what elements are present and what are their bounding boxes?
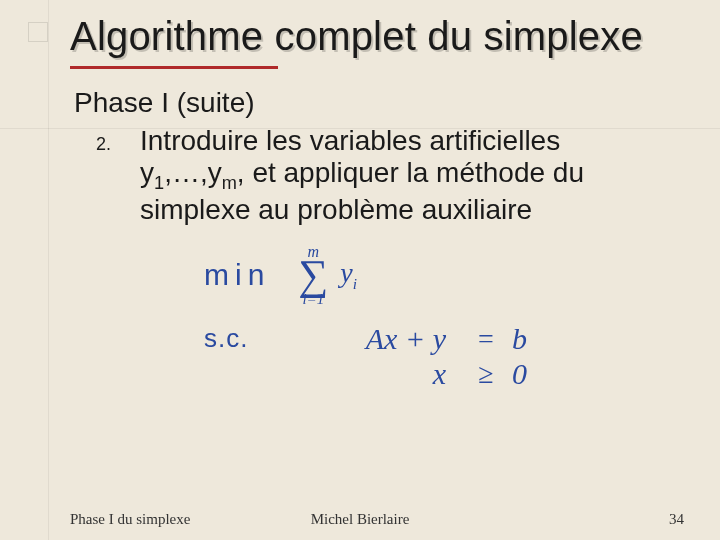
constraint-lhs: Ax + y — [280, 323, 460, 355]
constraint-lhs: x — [280, 358, 460, 390]
text-run: ,…,y — [164, 157, 222, 188]
summand: yi — [340, 258, 357, 292]
list-item: 2. Introduire les variables artificielle… — [74, 125, 670, 226]
sum-lower: i=1 — [302, 292, 324, 307]
sigma-symbol: ∑ — [298, 258, 328, 294]
constraint-rhs: b — [512, 323, 552, 355]
math-block: min m ∑ i=1 yi s.c. Ax + y = b x ≥ — [204, 244, 670, 390]
slide-body: Algorithme complet du simplexe Phase I (… — [0, 0, 720, 540]
constraint-row-1: s.c. Ax + y = b — [204, 323, 670, 355]
constraint-rel: ≥ — [466, 359, 506, 388]
subscript: m — [222, 173, 237, 193]
slide-footer: Phase I du simplexe Michel Bierlaire 34 — [0, 511, 720, 528]
slide-title: Algorithme complet du simplexe — [70, 14, 670, 58]
min-label: min — [204, 259, 270, 291]
content-area: Phase I (suite) 2. Introduire les variab… — [70, 87, 670, 390]
subtitle: Phase I (suite) — [74, 87, 670, 119]
title-underline — [70, 66, 278, 69]
constraint-rel: = — [466, 324, 506, 353]
objective-row: min m ∑ i=1 yi — [204, 244, 670, 307]
subscript: 1 — [154, 173, 164, 193]
footer-author: Michel Bierlaire — [311, 511, 410, 528]
summand-base: y — [340, 257, 352, 288]
footer-left: Phase I du simplexe — [70, 511, 190, 528]
constraint-rhs: 0 — [512, 358, 552, 390]
summand-sub: i — [353, 275, 357, 292]
list-item-number: 2. — [96, 125, 118, 161]
footer-page-number: 34 — [669, 511, 684, 528]
summation: m ∑ i=1 — [298, 244, 328, 307]
constraint-row-2: x ≥ 0 — [204, 358, 670, 390]
sc-label: s.c. — [204, 325, 274, 352]
list-item-text: Introduire les variables artificielles y… — [140, 125, 670, 226]
